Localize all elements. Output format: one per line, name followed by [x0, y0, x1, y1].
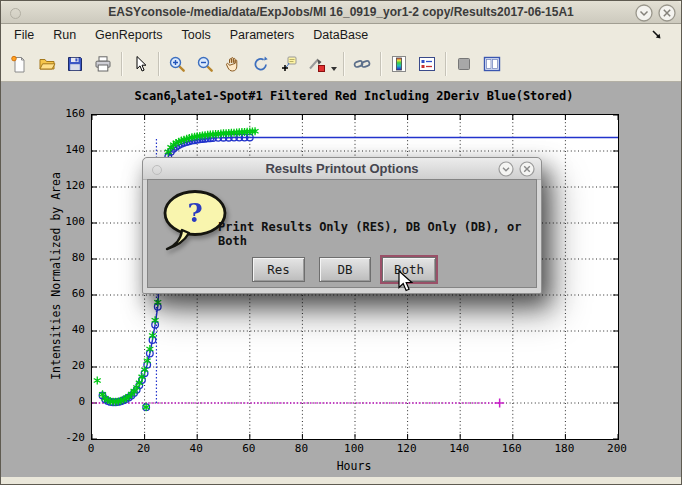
x-tick-label: 40 [174, 442, 218, 455]
close-icon[interactable] [658, 4, 676, 22]
y-tick-label: 40 [41, 323, 85, 336]
zoom-out-icon[interactable] [192, 51, 218, 77]
db-button[interactable]: DB [319, 257, 371, 282]
data-cursor-icon[interactable] [276, 51, 302, 77]
x-tick-label: 20 [122, 442, 166, 455]
show-plot-tools-dock-icon[interactable] [479, 51, 505, 77]
svg-text:?: ? [187, 198, 202, 228]
insert-legend-icon[interactable] [414, 51, 440, 77]
easyconsole-window: { "window": { "title": "EASYconsole-/med… [0, 0, 682, 485]
results-printout-dialog[interactable]: Results Printout Options ? Print Results… [142, 157, 542, 294]
link-plot-icon[interactable] [349, 51, 375, 77]
y-tick-label: 60 [41, 287, 85, 300]
x-tick-label: 100 [332, 442, 376, 455]
toolbar-separator [445, 52, 446, 76]
plot-title: Scan6plate1-Spot#1 Filtered Red Includin… [91, 89, 617, 105]
window-bottom-border [1, 477, 681, 484]
insert-colorbar-icon[interactable] [386, 51, 412, 77]
menubar: File Run GenReports Tools Parameters Dat… [1, 24, 681, 46]
y-tick-label: 20 [41, 359, 85, 372]
x-tick-label: 0 [69, 442, 113, 455]
y-tick-label: 120 [41, 179, 85, 192]
dialog-titlebar[interactable]: Results Printout Options [143, 158, 541, 180]
new-figure-icon[interactable] [6, 51, 32, 77]
mouse-cursor-icon [395, 270, 415, 298]
res-button[interactable]: Res [252, 257, 305, 282]
brush-dropdown-caret[interactable] [331, 67, 337, 71]
x-tick-label: 120 [385, 442, 429, 455]
y-tick-label: 160 [41, 107, 85, 120]
y-tick-label: 0 [41, 395, 85, 408]
x-tick-label: 160 [490, 442, 534, 455]
zoom-in-icon[interactable] [164, 51, 190, 77]
menu-genreports[interactable]: GenReports [92, 26, 165, 44]
window-titlebar[interactable]: EASYconsole-/media/data/ExpJobs/MI 16_09… [1, 1, 681, 24]
y-tick-label: 80 [41, 251, 85, 264]
brush-icon[interactable] [304, 51, 330, 77]
plot-title-prefix: Scan6 [135, 89, 171, 103]
figure-toolbar [1, 46, 681, 82]
x-tick-label: 60 [227, 442, 271, 455]
open-file-icon[interactable] [34, 51, 60, 77]
x-tick-label: 200 [595, 442, 639, 455]
menu-parameters[interactable]: Parameters [227, 26, 298, 44]
y-tick-label: 100 [41, 215, 85, 228]
dialog-window-icon [152, 165, 162, 175]
menu-tools[interactable]: Tools [179, 26, 214, 44]
x-tick-label: 80 [279, 442, 323, 455]
menu-run[interactable]: Run [50, 26, 79, 44]
x-tick-label: 180 [542, 442, 586, 455]
menu-database[interactable]: DataBase [310, 26, 371, 44]
plot-title-rest: late1-Spot#1 Filtered Red Including 2Der… [176, 89, 573, 103]
menu-file[interactable]: File [11, 26, 37, 44]
dialog-title: Results Printout Options [143, 161, 541, 176]
pan-hand-icon[interactable] [220, 51, 246, 77]
save-figure-icon[interactable] [62, 51, 88, 77]
dialog-close-icon[interactable] [519, 161, 535, 177]
edit-plot-arrow-icon[interactable] [127, 51, 153, 77]
window-title: EASYconsole-/media/data/ExpJobs/MI 16_09… [1, 5, 681, 19]
toolbar-separator [380, 52, 381, 76]
x-axis-label: Hours [91, 459, 617, 473]
toolbar-separator [158, 52, 159, 76]
x-tick-label: 140 [437, 442, 481, 455]
dialog-minimize-icon[interactable] [498, 161, 514, 177]
y-axis-label: Intensities Normalized by Area [49, 172, 63, 380]
print-figure-icon[interactable] [90, 51, 116, 77]
y-tick-label: 140 [41, 143, 85, 156]
dialog-message: Print Results Only (RES), DB Only (DB), … [218, 220, 530, 248]
toolbar-separator [121, 52, 122, 76]
minimize-icon[interactable] [635, 4, 653, 22]
dialog-body: ? Print Results Only (RES), DB Only (DB)… [147, 179, 537, 288]
rotate-3d-icon[interactable] [248, 51, 274, 77]
hide-plot-tools-icon[interactable] [451, 51, 477, 77]
menu-overflow-arrow-icon[interactable] [651, 29, 663, 44]
window-icon [10, 8, 21, 19]
toolbar-separator [343, 52, 344, 76]
